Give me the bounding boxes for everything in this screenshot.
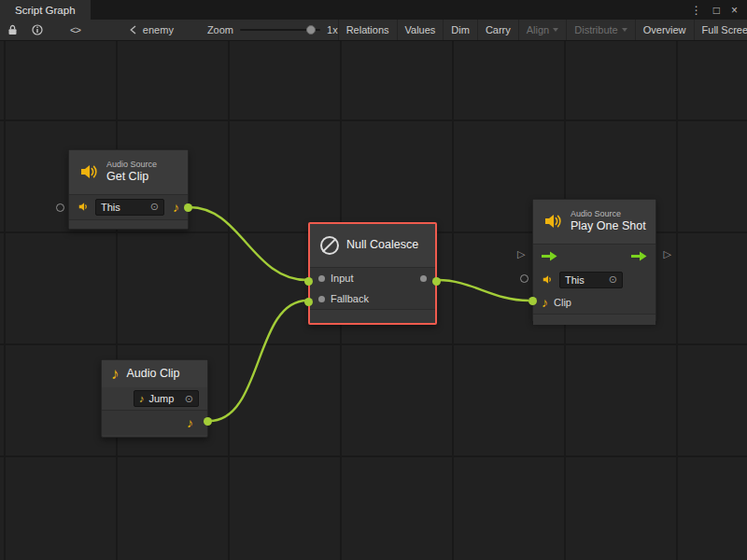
input-wire-endpoint[interactable]: [304, 277, 313, 286]
align-label: Align: [527, 24, 549, 35]
window-menu-icon[interactable]: ⋮: [691, 5, 702, 16]
result-wire-endpoint[interactable]: [432, 277, 441, 286]
zoom-label: Zoom: [207, 24, 233, 35]
lock-icon: [7, 24, 18, 35]
audio-source-icon: [543, 211, 563, 231]
lock-button[interactable]: [7, 20, 18, 40]
code-icon: <>: [70, 24, 80, 35]
clip-input-port[interactable]: [529, 297, 537, 305]
input-port[interactable]: [318, 275, 325, 282]
tab-bar: Script Graph ⋮ □ ×: [0, 0, 747, 20]
graph-asset-icon: [129, 25, 138, 35]
window-controls: ⋮ □ ×: [691, 0, 747, 20]
result-output-port[interactable]: [420, 275, 427, 282]
align-button[interactable]: Align: [518, 20, 566, 40]
node-title: Null Coalesce: [346, 238, 418, 253]
music-note-icon: ♪: [542, 296, 548, 309]
node-footer: [69, 219, 188, 229]
flow-arrow-in-icon[interactable]: [542, 251, 557, 261]
values-label: Values: [405, 24, 436, 35]
target-port-row: This ⊙ ♪: [69, 195, 188, 219]
tab-title: Script Graph: [15, 5, 76, 16]
fallback-port-row: Fallback: [310, 288, 435, 309]
music-note-icon: ♪: [187, 416, 193, 429]
graph-toolbar: <> enemy Zoom 1x Relations Values Dim: [0, 20, 747, 41]
input-port-row: Input: [310, 268, 435, 288]
node-category: Audio Source: [571, 209, 646, 219]
clip-output-port[interactable]: [204, 417, 212, 426]
fullscreen-label: Full Screen: [702, 24, 747, 35]
fallback-wire-endpoint[interactable]: [304, 298, 313, 306]
audio-source-icon: [78, 161, 99, 182]
carry-button[interactable]: Carry: [477, 20, 518, 40]
graph-canvas[interactable]: Audio Source Get Clip This ⊙ ♪: [0, 41, 747, 560]
wire-getclip-to-input[interactable]: [190, 207, 307, 280]
wire-coalesce-to-clip[interactable]: [438, 280, 529, 301]
overview-label: Overview: [643, 24, 686, 35]
target-port-row: This ⊙: [533, 269, 655, 291]
dim-button[interactable]: Dim: [443, 20, 477, 40]
distribute-label: Distribute: [574, 24, 617, 35]
output-port-row: ♪: [102, 411, 207, 435]
this-object-field[interactable]: This ⊙: [559, 272, 623, 288]
target-input-port[interactable]: [56, 203, 64, 212]
node-audio-clip-header: ♪ Audio Clip: [102, 360, 207, 387]
inspect-button[interactable]: [32, 20, 43, 40]
object-picker-icon[interactable]: ⊙: [185, 394, 193, 404]
jump-object-field[interactable]: ♪ Jump ⊙: [134, 390, 199, 407]
chevron-down-icon: [553, 28, 558, 32]
object-picker-icon[interactable]: ⊙: [609, 274, 617, 285]
chevron-down-icon: [622, 28, 627, 32]
script-graph-window: Script Graph ⋮ □ × <>: [0, 0, 747, 560]
zoom-slider[interactable]: [240, 29, 320, 31]
audio-source-icon: [542, 273, 554, 286]
field-value: This: [565, 274, 604, 286]
node-get-clip-header: Audio Source Get Clip: [69, 150, 188, 194]
node-title: Play One Shot: [571, 219, 646, 234]
clip-port-row: ♪ Clip: [533, 291, 655, 314]
node-null-coalesce-header: Null Coalesce: [310, 224, 435, 267]
node-play-one-shot-header: Audio Source Play One Shot: [533, 200, 655, 244]
audio-clip-icon: ♪: [111, 366, 120, 382]
music-note-icon: ♪: [139, 394, 145, 404]
node-audio-clip[interactable]: ♪ Audio Clip ♪ Jump ⊙ ♪: [101, 359, 208, 438]
values-button[interactable]: Values: [397, 20, 444, 40]
graph-name-label: enemy: [143, 24, 174, 35]
field-value: This: [101, 202, 146, 213]
fallback-port[interactable]: [318, 296, 325, 302]
relations-button[interactable]: Relations: [338, 20, 397, 40]
node-title: Audio Clip: [127, 367, 180, 382]
close-icon[interactable]: ×: [731, 5, 738, 16]
overview-button[interactable]: Overview: [635, 20, 694, 40]
object-picker-icon[interactable]: ⊙: [150, 202, 159, 212]
flow-out-port[interactable]: ▷: [664, 249, 671, 259]
zoom-control: Zoom 1x: [207, 24, 338, 35]
target-input-port[interactable]: [520, 274, 529, 283]
node-title: Get Clip: [106, 170, 157, 185]
fullscreen-button[interactable]: Full Screen: [694, 20, 747, 40]
audio-source-icon: [78, 201, 90, 213]
clip-port-label: Clip: [554, 297, 571, 308]
maximize-icon[interactable]: □: [713, 5, 720, 16]
flow-in-port[interactable]: ▷: [517, 249, 525, 259]
zoom-slider-knob[interactable]: [306, 25, 316, 35]
graph-breadcrumb[interactable]: enemy: [129, 24, 174, 35]
flow-arrow-out-icon[interactable]: [631, 251, 647, 261]
distribute-button[interactable]: Distribute: [566, 20, 634, 40]
this-object-field[interactable]: This ⊙: [95, 199, 164, 216]
null-coalesce-icon: [320, 236, 339, 255]
node-footer: [310, 309, 435, 320]
input-port-label: Input: [331, 273, 353, 284]
tab-script-graph[interactable]: Script Graph: [0, 0, 91, 20]
node-footer: [533, 314, 655, 325]
edit-script-button[interactable]: <>: [70, 20, 80, 40]
wire-audioclip-to-fallback[interactable]: [209, 301, 307, 421]
node-play-one-shot[interactable]: Audio Source Play One Shot: [532, 199, 656, 322]
relations-label: Relations: [346, 24, 389, 35]
node-null-coalesce[interactable]: Null Coalesce Input Fallback: [308, 222, 437, 325]
clip-output-port[interactable]: [184, 203, 192, 212]
info-icon: [32, 24, 43, 35]
zoom-value: 1x: [327, 24, 338, 35]
node-category: Audio Source: [106, 160, 157, 170]
node-get-clip[interactable]: Audio Source Get Clip This ⊙ ♪: [68, 149, 189, 230]
